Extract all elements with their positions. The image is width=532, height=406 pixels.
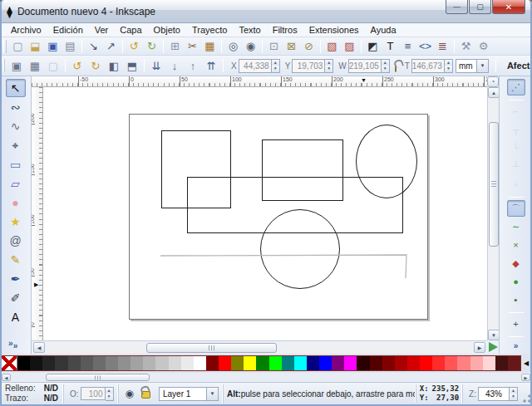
palette-swatch[interactable] [155,356,168,370]
node-editor-tool[interactable]: ∾ [6,98,26,116]
box3d-tool[interactable]: ▱ [6,174,26,193]
text-tool[interactable]: A [6,308,26,326]
palette-swatch[interactable] [143,356,155,370]
palette-swatch[interactable] [357,356,369,370]
toolbox-overflow-bottom[interactable]: » [8,339,13,348]
palette-swatch[interactable] [294,356,307,370]
toolbox-overflow[interactable]: » [13,341,18,350]
snap-bbox-centers-toggle[interactable]: ▫ [507,176,525,193]
width-field-input[interactable]: 219,105 [348,59,382,73]
palette-swatch[interactable] [81,356,93,370]
palette-swatch[interactable] [319,356,332,370]
flip-vertical-button[interactable]: ⬒ [123,57,141,75]
x-field-spinner[interactable]: ▲▼ [272,59,280,73]
horizontal-ruler[interactable]: ▼ -50050100150200250300350 [32,76,487,87]
rotate-cw-button[interactable]: ↻ [86,57,105,75]
palette-swatch[interactable] [55,356,67,370]
palette-swatch[interactable] [194,356,206,370]
preferences-icon[interactable]: ⚒ [457,38,475,55]
close-button[interactable]: ✕ [492,0,525,14]
xml-editor-icon[interactable]: <> [416,38,434,55]
palette-scrollbar-thumb[interactable] [46,374,150,381]
fill-stroke-dialog-icon[interactable]: ◩ [364,38,382,55]
zoom-input[interactable]: 43% [478,387,510,401]
zoom-tool[interactable]: ⌖ [6,136,26,154]
menu-item-texto[interactable]: Texto [233,24,266,36]
y-field-spinner[interactable]: ▲▼ [325,59,333,73]
calligraphy-tool[interactable]: ✐ [6,289,26,307]
cut-icon[interactable]: ✂ [184,38,201,55]
snap-nodes-toggle[interactable]: ⌒ [507,200,525,217]
maximize-button[interactable]: ▢ [469,0,491,14]
palette-swatch[interactable] [219,356,231,370]
palette-swatch[interactable] [269,356,282,370]
palette-swatch[interactable] [231,356,244,370]
minimize-button[interactable]: — [446,0,468,14]
palette-swatch[interactable] [370,356,382,370]
print-icon[interactable]: ▤ [62,38,79,55]
palette-swatch[interactable] [131,356,143,370]
enable-snapping-toggle[interactable]: ⋰ [507,79,525,95]
snap-bbox-corners-toggle[interactable]: └ [507,139,525,156]
raise-to-top-button[interactable]: ⇈ [202,57,220,75]
scroll-left-icon[interactable]: ◀ [33,342,45,353]
palette-swatch[interactable] [17,356,30,370]
flip-horizontal-button[interactable]: ◧ [105,57,123,75]
save-document-icon[interactable]: ▣ [44,38,62,55]
menu-item-edición[interactable]: Edición [47,24,89,36]
unlink-clone-icon[interactable]: ⊘ [300,38,318,55]
menu-item-extensiones[interactable]: Extensiones [303,24,365,36]
palette-swatch[interactable] [181,356,194,370]
bezier-pen-tool[interactable]: ✒ [6,270,26,288]
palette-scroll-right-button[interactable]: ▶ [521,374,530,381]
palette-swatch[interactable] [495,356,508,370]
snap-bbox-edge-midpoints-toggle[interactable]: ┴ [507,158,525,174]
scroll-right-icon[interactable]: ▶ [474,342,485,353]
copy-icon[interactable]: ⊞ [166,38,184,55]
snap-cusp-nodes-toggle[interactable]: ◆ [507,255,525,271]
ellipse-tool[interactable]: ● [6,193,26,212]
color-management-icon[interactable] [489,342,498,352]
new-document-icon[interactable]: ▢ [9,38,27,55]
layer-lock-icon[interactable] [141,391,150,399]
palette-swatch[interactable] [483,356,495,370]
snap-paths-toggle[interactable]: ∼ [507,218,525,235]
palette-swatch[interactable] [169,356,181,370]
palette-swatch[interactable] [93,356,106,370]
resize-grip[interactable] [522,385,532,404]
canvas[interactable] [43,87,487,340]
title-bar[interactable]: ⧫ Documento nuevo 4 - Inkscape — ▢ ✕ [0,0,532,23]
document-properties-icon[interactable]: ⚙ [475,38,492,55]
palette-swatch[interactable] [445,356,457,370]
palette-swatch[interactable] [30,356,42,370]
height-field-spinner[interactable]: ▲▼ [445,59,453,73]
menu-item-ver[interactable]: Ver [89,24,115,36]
palette-swatch[interactable] [420,356,432,370]
export-icon[interactable]: ↗ [102,38,120,55]
star-tool[interactable]: ★ [6,213,26,231]
layer-visibility-icon[interactable]: ◉ [126,388,134,399]
palette-scroll-left-button[interactable]: ◀ [2,374,11,381]
unit-dropdown-icon[interactable]: ▼ [477,59,489,73]
y-field-input[interactable]: 19,703 [292,59,325,73]
deselect-button[interactable]: ▢ [44,57,62,75]
snap-bounding-box-toggle[interactable]: ⌐ [507,103,525,120]
menu-item-ayuda[interactable]: Ayuda [365,24,402,36]
palette-swatch[interactable] [42,356,55,370]
pencil-tool[interactable]: ✎ [6,251,26,269]
open-document-icon[interactable]: ⬓ [27,38,44,55]
lower-to-bottom-button[interactable]: ⇊ [147,57,165,75]
palette-swatch[interactable] [307,356,319,370]
palette-swatch[interactable] [206,356,219,370]
top-right-ellipse-shape[interactable] [356,125,417,198]
zoom-spinner[interactable]: ▲▼ [510,387,518,401]
vertical-scrollbar[interactable]: ▲ ▼ [487,87,499,340]
palette-swatch[interactable] [256,356,268,370]
layer-dropdown-icon[interactable]: ▼ [207,387,219,401]
lower-button[interactable]: ↓ [165,57,184,75]
lock-ratio-icon[interactable] [395,65,397,72]
palette-swatch[interactable] [118,356,131,370]
layer-select[interactable]: Layer 1 [159,387,207,401]
palette-swatch[interactable] [382,356,395,370]
palette-swatch[interactable] [68,356,81,370]
